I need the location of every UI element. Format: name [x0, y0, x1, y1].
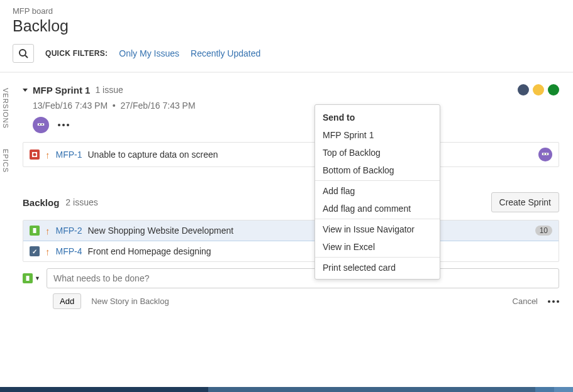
issue-key[interactable]: MFP-1 [56, 150, 82, 160]
svg-point-4 [39, 124, 40, 125]
issue-summary: Front end Homepage designing [88, 246, 211, 256]
svg-point-7 [33, 153, 36, 156]
issue-row[interactable]: ↑ MFP-2 New Shopping Website Development… [23, 220, 559, 241]
cm-top-of-backlog[interactable]: Top of Backlog [315, 144, 440, 161]
svg-line-1 [25, 55, 28, 58]
sprint-more-actions[interactable] [58, 124, 69, 126]
issue-key[interactable]: MFP-2 [56, 226, 82, 236]
issue-row[interactable]: ✓ ↑ MFP-4 Front end Homepage designing [23, 241, 559, 261]
create-sprint-button[interactable]: Create Sprint [491, 192, 559, 212]
issue-summary: Unable to capture data on screen [88, 150, 218, 160]
ninja-icon [541, 150, 550, 159]
bug-icon [30, 150, 40, 160]
assignee-avatar[interactable] [33, 117, 49, 133]
chevron-down-icon[interactable] [23, 89, 28, 92]
cm-view-navigator[interactable]: View in Issue Navigator [315, 220, 440, 238]
svg-point-5 [42, 124, 43, 125]
footer-strip [0, 387, 573, 392]
priority-up-icon: ↑ [45, 150, 50, 160]
new-issue-more[interactable] [548, 300, 559, 303]
sprint-name[interactable]: MFP Sprint 1 [33, 85, 90, 95]
breadcrumb[interactable]: MFP board [13, 6, 560, 16]
svg-point-11 [546, 153, 547, 155]
search-icon [18, 48, 28, 58]
sprint-dates: 13/Feb/16 7:43 PM • 27/Feb/16 7:43 PM [33, 101, 559, 111]
issue-key[interactable]: MFP-4 [56, 246, 82, 256]
add-button[interactable]: Add [53, 293, 81, 309]
svg-rect-12 [33, 228, 36, 233]
svg-point-10 [543, 153, 545, 155]
cm-add-flag-comment[interactable]: Add flag and comment [315, 200, 440, 217]
filter-only-my-issues[interactable]: Only My Issues [119, 48, 179, 58]
filter-recently-updated[interactable]: Recently Updated [191, 48, 260, 58]
issue-type-picker[interactable]: ▼ [23, 273, 40, 283]
context-menu-title: Send to [315, 107, 440, 126]
ninja-icon [36, 121, 45, 129]
backlog-issue-count: 2 issues [65, 197, 97, 207]
estimate-badge: 10 [535, 226, 552, 236]
cm-bottom-of-backlog[interactable]: Bottom of Backlog [315, 161, 440, 179]
status-dot-done [548, 84, 559, 95]
context-menu: Send to MFP Sprint 1 Top of Backlog Bott… [314, 104, 440, 280]
page-title: Backlog [13, 17, 560, 35]
task-icon: ✓ [30, 246, 40, 256]
backlog-issue-list: ↑ MFP-2 New Shopping Website Development… [23, 220, 559, 262]
caret-down-icon: ▼ [35, 275, 40, 281]
tab-epics[interactable]: EPICS [0, 141, 11, 180]
cm-send-to-sprint[interactable]: MFP Sprint 1 [315, 126, 440, 144]
svg-rect-3 [38, 123, 45, 126]
new-issue-input[interactable] [47, 268, 559, 288]
row-assignee-avatar[interactable] [538, 148, 552, 161]
issue-summary: New Shopping Website Development [88, 226, 234, 236]
story-icon [30, 226, 40, 236]
priority-up-icon: ↑ [45, 247, 50, 256]
story-icon [23, 273, 33, 283]
status-dot-inprogress [533, 84, 544, 95]
issue-row[interactable]: ↑ MFP-1 Unable to capture data on screen [23, 143, 559, 166]
svg-rect-9 [542, 153, 549, 155]
cm-print[interactable]: Print selected card [315, 259, 440, 276]
search-button[interactable] [13, 44, 34, 63]
quick-filters-label: QUICK FILTERS: [45, 49, 108, 58]
cancel-link[interactable]: Cancel [513, 297, 538, 306]
backlog-title: Backlog [23, 197, 59, 208]
sprint-issue-list: ↑ MFP-1 Unable to capture data on screen [23, 142, 559, 167]
status-dot-todo [518, 84, 529, 95]
cm-add-flag[interactable]: Add flag [315, 182, 440, 200]
priority-up-icon: ↑ [45, 226, 50, 236]
svg-point-0 [19, 50, 26, 56]
svg-rect-13 [26, 276, 30, 281]
sprint-issue-count: 1 issue [95, 85, 123, 95]
new-issue-hint: New Story in Backlog [91, 297, 169, 306]
cm-view-excel[interactable]: View in Excel [315, 238, 440, 256]
tab-versions[interactable]: VERSIONS [0, 80, 11, 136]
